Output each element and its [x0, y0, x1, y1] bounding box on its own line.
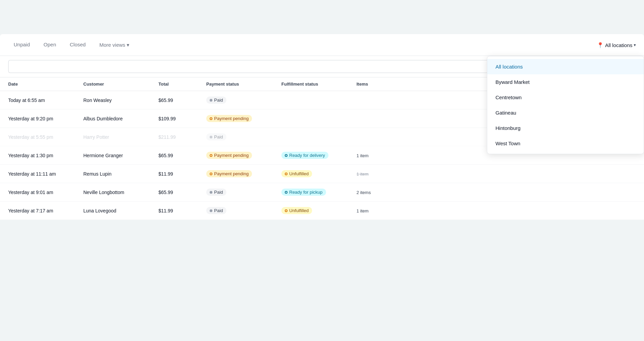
dot-icon	[210, 99, 212, 102]
col-items: Items	[356, 81, 391, 87]
dot-icon	[285, 209, 288, 212]
cell-total: $109.99	[158, 116, 206, 121]
cell-payment-status: Payment pending	[206, 152, 281, 159]
items-text: 1 item	[356, 172, 368, 177]
cell-payment-status: Paid	[206, 207, 281, 214]
dot-icon	[210, 173, 212, 175]
cell-customer: Hermione Granger	[83, 153, 158, 158]
fulfillment-status-badge: Unfulfilled	[281, 170, 312, 177]
payment-status-badge: Paid	[206, 189, 226, 196]
cell-date: Today at 6:55 am	[8, 98, 83, 103]
cell-payment-status: Paid	[206, 97, 281, 104]
cell-customer: Remus Lupin	[83, 171, 158, 177]
cell-fulfillment-status: Unfulfilled	[281, 170, 356, 177]
fulfillment-status-badge: Unfulfilled	[281, 207, 312, 214]
cell-customer: Albus Dumbledore	[83, 116, 158, 121]
location-label: All locations	[605, 42, 632, 48]
col-date: Date	[8, 81, 83, 87]
cell-date: Yesterday at 9:01 am	[8, 190, 83, 195]
dot-icon	[285, 173, 288, 175]
dot-icon	[210, 154, 212, 157]
cell-total: $65.99	[158, 98, 206, 103]
table-row[interactable]: Yesterday at 7:17 amLuna Lovegood$11.99 …	[0, 202, 644, 220]
top-bar	[0, 0, 644, 34]
payment-status-badge: Payment pending	[206, 170, 252, 177]
fulfillment-status-badge: Ready for pickup	[281, 189, 326, 196]
cell-payment-status: Paid	[206, 189, 281, 196]
dropdown-item-byward[interactable]: Byward Market	[487, 74, 644, 90]
dropdown-overlay: All locations Byward Market Centretown G…	[487, 56, 644, 154]
cell-payment-status: Payment pending	[206, 115, 281, 122]
dropdown-item-hintonburg[interactable]: Hintonburg	[487, 120, 644, 136]
fulfillment-status-badge: Ready for delivery	[281, 152, 328, 159]
dot-icon	[285, 154, 288, 157]
dropdown-item-west-town[interactable]: West Town	[487, 136, 644, 151]
col-total: Total	[158, 81, 206, 87]
cell-total: $65.99	[158, 153, 206, 158]
cell-items: 2 items	[356, 190, 391, 195]
dot-icon	[210, 191, 212, 194]
payment-status-badge: Paid	[206, 133, 226, 140]
cell-date: Yesterday at 5:55 pm	[8, 134, 83, 140]
cell-items: 1 item	[356, 171, 391, 177]
dropdown-item-gatineau[interactable]: Gatineau	[487, 105, 644, 120]
dot-icon	[285, 191, 288, 194]
location-pin-icon: 📍	[597, 42, 604, 48]
dot-icon	[210, 209, 212, 212]
more-views-label: More views	[99, 42, 125, 48]
payment-status-badge: Payment pending	[206, 152, 252, 159]
cell-date: Yesterday at 1:30 pm	[8, 153, 83, 158]
dot-icon	[210, 136, 212, 138]
tab-open[interactable]: Open	[38, 34, 62, 56]
more-views-chevron: ▾	[127, 42, 129, 48]
cell-payment-status: Payment pending	[206, 170, 281, 177]
dot-icon	[210, 117, 212, 120]
tab-more-views[interactable]: More views ▾	[94, 34, 135, 56]
items-text: 1 item	[356, 153, 368, 158]
tab-closed[interactable]: Closed	[64, 34, 91, 56]
cell-total: $211.99	[158, 134, 206, 140]
cell-items: 1 item	[356, 208, 391, 213]
cell-date: Yesterday at 9:20 pm	[8, 116, 83, 121]
main-container: Unpaid Open Closed More views ▾ 📍 All lo…	[0, 34, 644, 220]
table-row[interactable]: Yesterday at 11:11 amRemus Lupin$11.99 P…	[0, 165, 644, 183]
col-fulfillment-status: Fulfillment status	[281, 81, 356, 87]
payment-status-badge: Paid	[206, 97, 226, 104]
tab-unpaid[interactable]: Unpaid	[8, 34, 36, 56]
cell-date: Yesterday at 7:17 am	[8, 208, 83, 213]
cell-fulfillment-status: Unfulfilled	[281, 207, 356, 214]
location-trigger[interactable]: 📍 All locations ▾	[555, 34, 644, 56]
cell-total: $11.99	[158, 171, 206, 177]
cell-items: 1 item	[356, 153, 391, 158]
cell-date: Yesterday at 11:11 am	[8, 171, 83, 177]
dropdown-item-centretown[interactable]: Centretown	[487, 90, 644, 105]
cell-customer: Ron Weasley	[83, 98, 158, 103]
cell-customer: Luna Lovegood	[83, 208, 158, 213]
location-chevron-icon: ▾	[634, 43, 636, 47]
items-text: 2 items	[356, 190, 371, 195]
table-row[interactable]: Yesterday at 9:01 amNeville Longbottom$6…	[0, 183, 644, 202]
cell-customer: Harry Potter	[83, 134, 158, 140]
cell-fulfillment-status: Ready for pickup	[281, 189, 356, 196]
cell-fulfillment-status: Ready for delivery	[281, 152, 356, 159]
cell-customer: Neville Longbottom	[83, 190, 158, 195]
col-customer: Customer	[83, 81, 158, 87]
cell-payment-status: Paid	[206, 133, 281, 140]
cell-total: $11.99	[158, 208, 206, 213]
payment-status-badge: Payment pending	[206, 115, 252, 122]
payment-status-badge: Paid	[206, 207, 226, 214]
col-payment-status: Payment status	[206, 81, 281, 87]
cell-total: $65.99	[158, 190, 206, 195]
tabs-row: Unpaid Open Closed More views ▾ 📍 All lo…	[0, 34, 644, 56]
dropdown-item-all-locations[interactable]: All locations	[487, 59, 644, 74]
items-text: 1 item	[356, 208, 368, 213]
